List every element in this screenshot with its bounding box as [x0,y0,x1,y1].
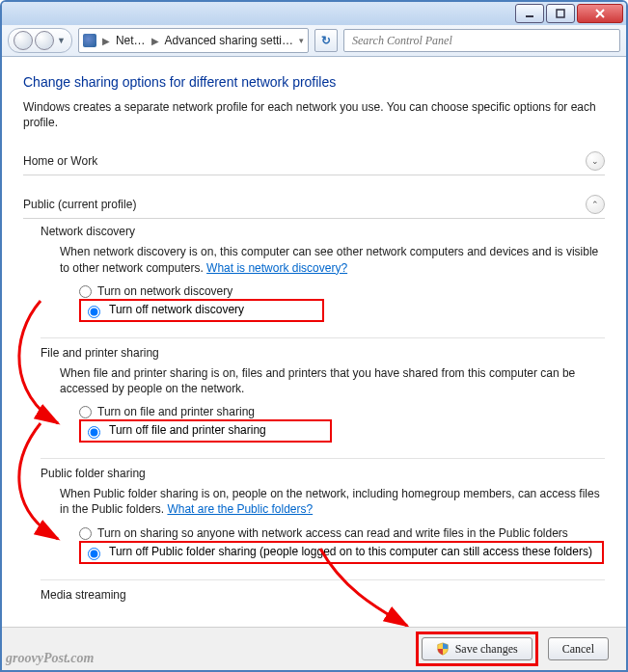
chevron-right-icon: ▶ [102,36,110,46]
highlighted-option-2: Turn off file and printer sharing [79,419,332,443]
nav-back-forward: ▼ [8,28,72,53]
group-file-printer-title: File and printer sharing [41,337,605,360]
search-box[interactable] [343,29,620,52]
radio-network-discovery-off-label: Turn off network discovery [109,303,244,316]
highlighted-option-3: Turn off Public folder sharing (people l… [79,541,604,564]
navbar: ▼ ▶ Net… ▶ Advanced sharing setti… ▾ ↻ [2,25,626,57]
forward-button[interactable] [35,31,54,50]
radio-file-printer-off-input[interactable] [88,426,100,439]
link-what-are-public-folders[interactable]: What are the Public folders? [167,502,313,516]
chevron-up-icon[interactable]: ⌃ [586,195,605,214]
breadcrumb[interactable]: ▶ Net… ▶ Advanced sharing setti… ▾ [78,28,309,53]
chevron-down-icon[interactable]: ⌄ [586,151,605,171]
control-panel-window: ▼ ▶ Net… ▶ Advanced sharing setti… ▾ ↻ C… [0,0,628,672]
svg-rect-1 [557,10,564,17]
radio-file-printer-off-label: Turn off file and printer sharing [109,423,266,437]
maximize-button[interactable] [546,4,575,23]
profile-public-header[interactable]: Public (current profile) ⌃ [23,189,605,219]
breadcrumb-part-1[interactable]: Net… [116,34,146,47]
breadcrumb-dropdown-icon[interactable]: ▾ [299,36,304,45]
group-network-discovery-title: Network discovery [41,225,605,238]
public-folder-text: When Public folder sharing is on, people… [60,486,605,517]
radio-public-folder-off-label: Turn off Public folder sharing (people l… [109,545,592,558]
network-discovery-text: When network discovery is on, this compu… [60,244,605,275]
radio-public-folder-off-input[interactable] [88,548,100,560]
network-icon [83,34,96,47]
radio-public-folder-on[interactable]: Turn on sharing so anyone with network a… [79,525,605,541]
file-printer-text: When file and printer sharing is on, fil… [60,365,605,396]
nav-history-dropdown-icon[interactable]: ▼ [57,36,66,45]
refresh-icon: ↻ [321,34,331,47]
profile-home-title: Home or Work [23,154,97,168]
chevron-right-icon: ▶ [151,36,159,46]
radio-network-discovery-off-input[interactable] [88,306,100,318]
radio-network-discovery-on-input[interactable] [79,285,92,298]
radio-network-discovery-on[interactable]: Turn on network discovery [79,283,605,299]
media-streaming-text [60,607,605,611]
search-input[interactable] [350,33,614,49]
highlighted-option-1: Turn off network discovery [79,299,324,322]
group-public-folder-title: Public folder sharing [41,458,605,480]
content-area: Change sharing options for different net… [2,57,626,627]
breadcrumb-part-2[interactable]: Advanced sharing setti… [165,34,293,47]
close-button[interactable] [577,4,623,23]
radio-file-printer-on[interactable]: Turn on file and printer sharing [79,404,605,419]
page-title: Change sharing options for different net… [23,74,605,90]
profile-public-title: Public (current profile) [23,198,136,211]
back-button[interactable] [14,31,33,50]
profile-home-header[interactable]: Home or Work ⌄ [23,146,605,175]
intro-text: Windows creates a separate network profi… [23,99,605,130]
group-media-streaming-title: Media streaming [41,579,605,602]
refresh-button[interactable]: ↻ [314,29,338,52]
radio-file-printer-on-input[interactable] [79,406,92,418]
minimize-button[interactable] [515,4,544,23]
titlebar [2,2,626,25]
link-what-is-network-discovery[interactable]: What is network discovery? [206,261,347,275]
watermark: groovyPost.com [2,647,626,670]
radio-public-folder-on-input[interactable] [79,527,92,540]
